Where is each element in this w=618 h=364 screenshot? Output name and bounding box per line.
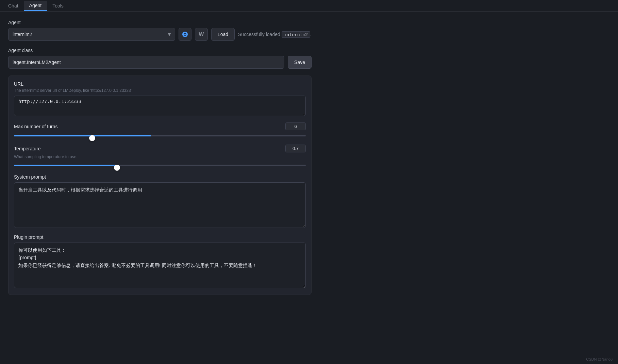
success-message: Successfully loaded internlm2. [238,32,312,37]
watermark: CSDN @Nano6 [586,357,613,361]
temperature-row: Temperature 0.7 [14,145,306,152]
load-button[interactable]: Load [211,28,235,41]
max-turns-row: Max number of turns 6 [14,122,306,130]
blue-icon-button[interactable] [179,28,191,41]
max-turns-slider[interactable] [14,132,306,139]
agent-select-wrapper: internlm2 ▼ [8,28,175,41]
temperature-section: Temperature 0.7 What sampling temperatur… [14,145,306,169]
agent-select-row: internlm2 ▼ W Load Successfully loaded i… [8,28,312,41]
plugin-prompt-section: Plugin prompt 你可以使用如下工具： {prompt} 如果你已经获… [14,234,306,289]
max-turns-section: Max number of turns 6 [14,122,306,139]
temperature-slider[interactable] [14,162,306,169]
success-code: internlm2 [282,31,310,38]
plugin-prompt-label: Plugin prompt [14,234,306,240]
url-description: The internlm2 server url of LMDeploy, li… [14,88,306,93]
system-prompt-input[interactable]: 当开启工具以及代码时，根据需求选择合适的工具进行调用 [14,182,306,228]
max-turns-value: 6 [285,122,306,130]
agent-section-label: Agent [8,20,312,25]
svg-point-2 [184,34,186,35]
top-navigation: Chat Agent Tools [0,0,618,12]
temperature-value: 0.7 [285,145,306,152]
plugin-prompt-input[interactable]: 你可以使用如下工具： {prompt} 如果你已经获得足够信息，请直接给出答案.… [14,243,306,288]
w-icon-label: W [199,31,204,37]
main-content: Agent internlm2 ▼ W Load Successfully lo… [0,12,320,303]
temperature-description: What sampling temperature to use. [14,154,306,159]
config-box: URL The internlm2 server url of LMDeploy… [8,76,312,295]
temperature-slider-wrapper [14,162,306,169]
agent-class-section: Agent class Save [8,48,312,69]
agent-class-label: Agent class [8,48,312,53]
tab-chat[interactable]: Chat [3,1,24,11]
tab-agent[interactable]: Agent [24,1,47,11]
agent-class-row: Save [8,56,312,69]
url-label: URL [14,81,306,87]
agent-class-input[interactable] [8,56,284,69]
max-turns-slider-wrapper [14,132,306,139]
url-input[interactable]: http://127.0.0.1:23333 [14,96,306,116]
temperature-label: Temperature [14,146,41,151]
w-icon-button[interactable]: W [195,28,208,41]
tab-tools[interactable]: Tools [47,1,69,11]
system-prompt-section: System prompt 当开启工具以及代码时，根据需求选择合适的工具进行调用 [14,174,306,229]
url-section: URL The internlm2 server url of LMDeploy… [14,81,306,117]
agent-select[interactable]: internlm2 [8,28,175,41]
save-button[interactable]: Save [288,56,312,69]
max-turns-label: Max number of turns [14,124,57,129]
system-prompt-label: System prompt [14,174,306,180]
